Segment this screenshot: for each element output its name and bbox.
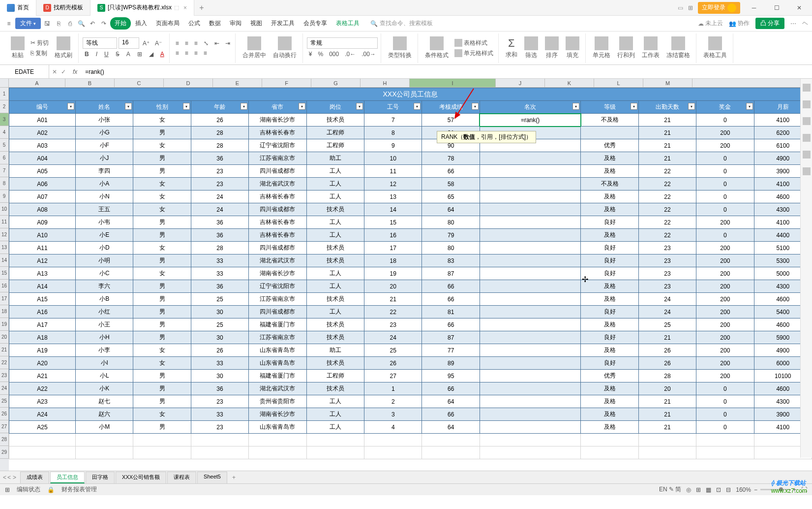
cell[interactable]: 21 <box>638 127 696 139</box>
ime-status[interactable]: EN ✎ 简 <box>659 485 681 494</box>
tab-home[interactable]: 首页 <box>0 0 36 16</box>
cell[interactable]: 良好 <box>581 306 638 318</box>
cell[interactable]: 66 <box>422 293 480 306</box>
cell[interactable]: A05 <box>9 165 76 178</box>
cell[interactable]: 不及格 <box>581 114 638 127</box>
row-header-13[interactable]: 13 <box>0 241 9 254</box>
cell[interactable]: 30 <box>191 306 248 318</box>
cell[interactable]: 26 <box>638 344 696 357</box>
cell[interactable] <box>480 254 580 267</box>
cell[interactable]: 26 <box>638 357 696 370</box>
col-header-C[interactable]: C <box>115 79 164 87</box>
cell[interactable]: 3 <box>364 408 422 421</box>
row-header-5[interactable]: 5 <box>0 139 9 152</box>
cell[interactable]: 助工 <box>306 152 364 165</box>
tab-template[interactable]: D找稻壳模板 <box>36 0 90 16</box>
dec-inc-button[interactable]: .0← <box>343 50 358 59</box>
cut-button[interactable]: ✂剪切 <box>29 38 51 48</box>
cell[interactable]: 贵州省贵阳市 <box>249 395 306 408</box>
cell[interactable]: 16 <box>364 229 422 242</box>
cell[interactable]: 小K <box>76 382 133 395</box>
cell[interactable]: 小王 <box>76 318 133 331</box>
cell[interactable]: 小B <box>76 293 133 306</box>
cell[interactable]: 江苏省南京市 <box>249 293 306 306</box>
cell[interactable] <box>480 434 580 446</box>
cell[interactable]: 21 <box>364 293 422 306</box>
cell[interactable]: 20 <box>364 280 422 293</box>
cell[interactable]: 及格 <box>581 165 638 178</box>
filter-button[interactable]: ▾ <box>572 103 579 110</box>
cell[interactable]: A01 <box>9 114 76 127</box>
cell[interactable]: A10 <box>9 229 76 242</box>
cell[interactable] <box>696 434 754 446</box>
cell[interactable]: 男 <box>133 306 191 318</box>
cell[interactable]: 女 <box>133 203 191 216</box>
rowcol-button[interactable]: 行和列 <box>614 35 638 61</box>
cell[interactable]: 23 <box>191 178 248 191</box>
cell[interactable]: A12 <box>9 254 76 267</box>
cell[interactable] <box>638 434 696 446</box>
filter-button[interactable]: ▾ <box>414 103 421 110</box>
underline-button[interactable]: U <box>102 50 111 59</box>
cell[interactable] <box>191 446 248 459</box>
cell[interactable] <box>480 357 580 370</box>
cell[interactable]: A25 <box>9 421 76 434</box>
cell[interactable]: 男 <box>133 318 191 331</box>
cell[interactable]: 26 <box>191 344 248 357</box>
cell[interactable]: 湖南省长沙市 <box>249 114 306 127</box>
cell[interactable]: 23 <box>638 242 696 254</box>
cell[interactable]: 66 <box>422 408 480 421</box>
header-省市[interactable]: 省市▾ <box>249 101 306 114</box>
panel-icon-4[interactable] <box>803 134 811 142</box>
cell[interactable]: 200 <box>696 344 754 357</box>
select-all-corner[interactable] <box>0 79 9 87</box>
align-top-button[interactable]: ≡ <box>174 39 181 48</box>
filter-button[interactable]: ▾ <box>688 103 695 110</box>
filter-button[interactable]: ▾ <box>472 103 479 110</box>
cell[interactable]: 良好 <box>581 242 638 254</box>
font-color-button[interactable]: A <box>124 50 132 59</box>
cell[interactable]: 男 <box>133 382 191 395</box>
cell[interactable]: 吉林省长春市 <box>249 191 306 203</box>
row-header-28[interactable]: 28 <box>0 433 9 446</box>
indent-inc-button[interactable]: ⇥ <box>223 39 232 48</box>
cell[interactable]: 辽宁省沈阳市 <box>249 280 306 293</box>
italic-button[interactable]: I <box>94 50 99 59</box>
row-header-16[interactable]: 16 <box>0 280 9 292</box>
redo-icon[interactable]: ↷ <box>99 19 109 29</box>
cell[interactable]: 36 <box>191 152 248 165</box>
cell[interactable]: 20 <box>638 382 696 395</box>
cell[interactable]: 助工 <box>306 344 364 357</box>
cell[interactable]: 良好 <box>581 216 638 229</box>
cell[interactable] <box>364 446 422 459</box>
cell[interactable]: 28 <box>191 139 248 152</box>
header-奖金[interactable]: 奖金▾ <box>696 101 754 114</box>
cell[interactable]: 23 <box>191 421 248 434</box>
cell[interactable]: 1 <box>364 382 422 395</box>
zoom-out-icon[interactable]: − <box>754 486 757 493</box>
cell[interactable]: 0 <box>696 152 754 165</box>
tab-add-button[interactable]: + <box>194 3 209 12</box>
cell[interactable]: 小A <box>76 178 133 191</box>
cell[interactable]: 13 <box>364 191 422 203</box>
col-header-L[interactable]: L <box>594 79 643 87</box>
cell[interactable]: 及格 <box>581 152 638 165</box>
cell[interactable]: 200 <box>696 127 754 139</box>
cell[interactable]: 22 <box>638 191 696 203</box>
menu-数据[interactable]: 数据 <box>205 17 225 30</box>
header-性别[interactable]: 性别▾ <box>133 101 191 114</box>
cell[interactable] <box>133 434 191 446</box>
cell[interactable]: 17 <box>364 242 422 254</box>
freeze-button[interactable]: 冻结窗格 <box>663 35 693 61</box>
cell[interactable]: 技术员 <box>306 331 364 344</box>
cell[interactable]: 30 <box>191 331 248 344</box>
cell-button[interactable]: 单元格 <box>590 35 613 61</box>
cell[interactable]: 小张 <box>76 114 133 127</box>
cell[interactable]: 男 <box>133 127 191 139</box>
cell[interactable]: 良好 <box>581 357 638 370</box>
cell[interactable] <box>480 203 580 216</box>
cell[interactable]: 男 <box>133 165 191 178</box>
cell[interactable]: 及格 <box>581 191 638 203</box>
cell[interactable]: 吉林省长春市 <box>249 127 306 139</box>
menu-审阅[interactable]: 审阅 <box>225 17 246 30</box>
